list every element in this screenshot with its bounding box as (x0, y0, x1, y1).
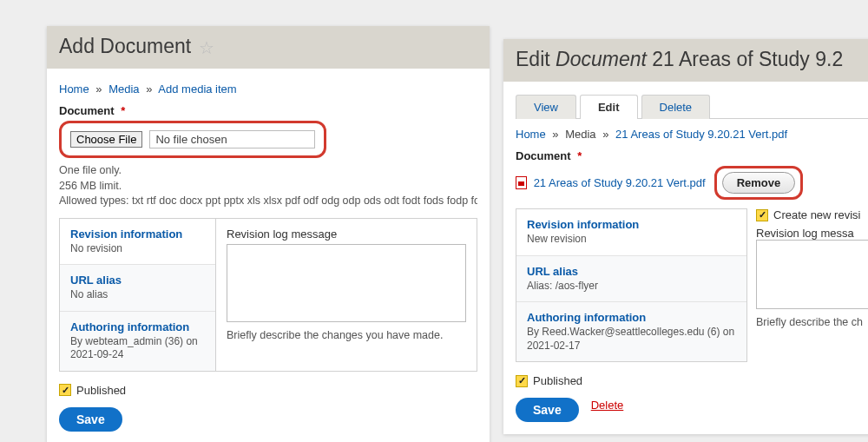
tab-url-sub: No alias (70, 288, 205, 302)
document-field-label: Document (59, 104, 115, 117)
vertical-tabs-body: Revision log message Briefly describe th… (216, 219, 477, 371)
choose-file-button[interactable]: Choose File (70, 131, 142, 148)
revision-log-hint: Briefly describe the ch (756, 315, 868, 331)
vertical-tabs: Revision information No revision URL ali… (59, 218, 477, 372)
breadcrumb: Home » Media » Add media item (59, 82, 477, 96)
breadcrumb: Home » Media » 21 Areas of Study 9.20.21… (516, 128, 868, 141)
document-field-label: Document (516, 149, 571, 162)
create-new-revision-label: Create new revisi (773, 208, 860, 221)
tab-revision-sub: New revision (527, 233, 736, 247)
edit-document-panel: Edit Document 21 Areas of Study 9.2 View… (503, 39, 868, 434)
vertical-tabs: Revision information New revision URL al… (516, 208, 747, 362)
file-upload-highlight: Choose File No file chosen (59, 121, 326, 158)
revision-log-label: Revision log messa (756, 227, 868, 240)
published-row: ✓ Published (516, 374, 868, 387)
remove-highlight: Remove (714, 166, 804, 200)
tab-authoring-info[interactable]: Authoring information By webteam_admin (… (60, 312, 215, 371)
tab-author-title: Authoring information (70, 320, 205, 333)
file-entry: 21 Areas of Study 9.20.21 Vert.pdf (516, 176, 706, 189)
star-icon[interactable]: ☆ (199, 37, 214, 58)
page-title-bar: Edit Document 21 Areas of Study 9.2 (503, 39, 868, 82)
delete-link[interactable]: Delete (591, 399, 624, 412)
tab-revision-sub: No revision (70, 242, 205, 256)
page-title-em: Document (556, 48, 647, 70)
tab-url-title: URL alias (70, 274, 205, 287)
save-button[interactable]: Save (516, 398, 579, 422)
revision-log-label: Revision log message (227, 228, 466, 241)
page-title-post: 21 Areas of Study 9.2 (647, 48, 843, 70)
tab-author-sub: By Reed.Wacker@seattlecolleges.edu (6) o… (527, 326, 736, 353)
tab-edit[interactable]: Edit (580, 95, 638, 119)
page-title: Add Document (59, 35, 191, 57)
vertical-tabs-list: Revision information New revision URL al… (516, 209, 746, 361)
published-label: Published (76, 384, 126, 397)
breadcrumb-media[interactable]: Media (108, 82, 139, 96)
breadcrumb-home[interactable]: Home (516, 128, 546, 141)
file-status-text: No file chosen (149, 130, 314, 148)
tab-author-sub: By webteam_admin (36) on 2021-09-24 (70, 335, 205, 362)
horizontal-tabs: View Edit Delete (516, 94, 868, 119)
tab-url-alias[interactable]: URL alias Alias: /aos-flyer (516, 256, 746, 303)
published-checkbox[interactable]: ✓ (516, 375, 528, 387)
remove-button[interactable]: Remove (722, 172, 796, 194)
published-checkbox[interactable]: ✓ (59, 384, 71, 396)
vertical-tabs-list: Revision information No revision URL ali… (60, 219, 216, 371)
add-document-panel: Add Document ☆ Home » Media » Add media … (47, 26, 490, 442)
breadcrumb-media: Media (565, 128, 595, 141)
revision-side-panel: ✓ Create new revisi Revision log messa B… (756, 208, 868, 362)
breadcrumb-home[interactable]: Home (59, 82, 89, 96)
tab-revision-info[interactable]: Revision information New revision (516, 209, 746, 256)
published-row: ✓ Published (59, 384, 477, 397)
page-title-pre: Edit (516, 48, 556, 70)
tab-author-title: Authoring information (527, 311, 736, 324)
create-new-revision-checkbox[interactable]: ✓ (756, 209, 768, 221)
tab-url-sub: Alias: /aos-flyer (527, 280, 736, 294)
required-marker: * (121, 104, 125, 117)
save-button[interactable]: Save (59, 407, 122, 432)
hint-types: Allowed types: txt rtf doc docx ppt pptx… (59, 194, 477, 209)
tab-revision-title: Revision information (70, 228, 205, 241)
file-link[interactable]: 21 Areas of Study 9.20.21 Vert.pdf (534, 176, 706, 189)
tab-view[interactable]: View (516, 95, 576, 119)
published-label: Published (533, 374, 582, 387)
revision-log-hint: Briefly describe the changes you have ma… (227, 328, 466, 344)
tab-url-alias[interactable]: URL alias No alias (60, 265, 215, 312)
revision-log-textarea[interactable] (756, 240, 868, 309)
tab-authoring-info[interactable]: Authoring information By Reed.Wacker@sea… (516, 302, 746, 361)
page-title-bar: Add Document ☆ (47, 26, 490, 69)
breadcrumb-add[interactable]: Add media item (158, 82, 236, 96)
tab-url-title: URL alias (527, 265, 736, 278)
hint-size: 256 MB limit. (59, 179, 477, 195)
hint-one-file: One file only. (59, 163, 477, 179)
required-marker: * (577, 149, 582, 162)
tab-delete[interactable]: Delete (641, 95, 711, 119)
tab-revision-info[interactable]: Revision information No revision (60, 219, 215, 266)
breadcrumb-file[interactable]: 21 Areas of Study 9.20.21 Vert.pdf (615, 128, 787, 141)
revision-log-textarea[interactable] (227, 244, 466, 322)
tab-revision-title: Revision information (527, 218, 736, 231)
pdf-icon (516, 176, 527, 189)
